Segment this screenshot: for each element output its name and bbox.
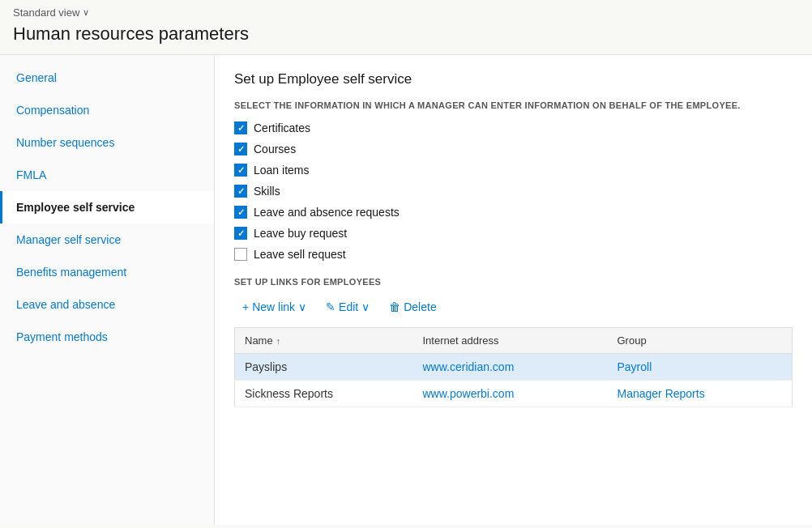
col-group[interactable]: Group xyxy=(608,328,793,354)
checkbox-label: Loan items xyxy=(254,164,309,177)
sidebar-item-number-sequences[interactable]: Number sequences xyxy=(0,126,214,159)
new-link-label: New link xyxy=(252,300,295,313)
sidebar-item-general[interactable]: General xyxy=(0,62,214,94)
checkbox-checked-icon[interactable] xyxy=(234,121,247,134)
table-row[interactable]: Payslipswww.ceridian.comPayroll xyxy=(235,354,793,381)
edit-label: Edit xyxy=(339,300,358,313)
checkbox-container: CertificatesCoursesLoan itemsSkillsLeave… xyxy=(234,121,793,261)
view-chevron-icon[interactable]: ∨ xyxy=(83,7,89,18)
table-cell-address[interactable]: www.ceridian.com xyxy=(413,354,608,381)
checkbox-checked-icon[interactable] xyxy=(234,143,247,155)
links-table: Name ↑ Internet address Group Payslipsww… xyxy=(234,327,793,407)
internet-address-link[interactable]: www.ceridian.com xyxy=(423,360,515,373)
page-title: Human resources parameters xyxy=(0,20,812,55)
table-cell-address[interactable]: www.powerbi.com xyxy=(413,381,608,407)
sidebar: GeneralCompensationNumber sequencesFMLAE… xyxy=(0,55,215,525)
edit-chevron-icon: ∨ xyxy=(361,300,370,313)
checkbox-label: Leave buy request xyxy=(254,227,347,240)
sidebar-item-manager-self-service[interactable]: Manager self service xyxy=(0,224,214,256)
checkbox-item: Leave buy request xyxy=(234,227,793,240)
toolbar: + New link ∨ ✎ Edit ∨ 🗑 Delete xyxy=(234,296,793,317)
edit-button[interactable]: ✎ Edit ∨ xyxy=(318,296,378,317)
sidebar-item-employee-self-service[interactable]: Employee self service xyxy=(0,191,214,224)
section-title: Set up Employee self service xyxy=(234,71,793,87)
sidebar-item-benefits-management[interactable]: Benefits management xyxy=(0,256,214,288)
checkbox-item: Leave sell request xyxy=(234,248,793,261)
table-cell-name: Payslips xyxy=(235,354,413,381)
checkbox-label: Certificates xyxy=(254,121,310,134)
new-link-button[interactable]: + New link ∨ xyxy=(234,296,314,317)
sort-arrow-icon: ↑ xyxy=(276,336,281,346)
sidebar-item-leave-and-absence[interactable]: Leave and absence xyxy=(0,288,214,321)
table-cell-group: Manager Reports xyxy=(608,381,793,407)
checkbox-label: Leave sell request xyxy=(254,248,346,261)
sidebar-item-compensation[interactable]: Compensation xyxy=(0,94,214,126)
new-link-chevron-icon: ∨ xyxy=(298,300,306,313)
col-name[interactable]: Name ↑ xyxy=(235,328,413,354)
instruction-text: SELECT THE INFORMATION IN WHICH A MANAGE… xyxy=(234,100,793,110)
content-area: Set up Employee self service SELECT THE … xyxy=(215,55,812,525)
checkbox-label: Leave and absence requests xyxy=(254,206,400,219)
table-cell-name: Sickness Reports xyxy=(235,381,413,407)
checkbox-unchecked-icon[interactable] xyxy=(234,248,247,261)
checkbox-checked-icon[interactable] xyxy=(234,185,247,198)
group-label: Payroll xyxy=(618,360,652,373)
edit-pencil-icon: ✎ xyxy=(326,300,335,313)
checkbox-item: Certificates xyxy=(234,121,793,134)
main-layout: GeneralCompensationNumber sequencesFMLAE… xyxy=(0,55,812,525)
col-address-label: Internet address xyxy=(423,334,499,347)
col-internet-address[interactable]: Internet address xyxy=(413,328,608,354)
sidebar-item-payment-methods[interactable]: Payment methods xyxy=(0,321,214,353)
checkbox-checked-icon[interactable] xyxy=(234,206,247,219)
table-row[interactable]: Sickness Reportswww.powerbi.comManager R… xyxy=(235,381,793,407)
new-link-plus-icon: + xyxy=(242,300,249,313)
checkbox-label: Skills xyxy=(254,185,280,198)
delete-label: Delete xyxy=(404,300,436,313)
links-section-title: SET UP LINKS FOR EMPLOYEES xyxy=(234,277,793,287)
checkbox-item: Loan items xyxy=(234,164,793,177)
checkbox-item: Leave and absence requests xyxy=(234,206,793,219)
delete-button[interactable]: 🗑 Delete xyxy=(381,296,444,317)
delete-trash-icon: 🗑 xyxy=(389,300,400,313)
checkbox-checked-icon[interactable] xyxy=(234,164,247,177)
checkbox-item: Skills xyxy=(234,185,793,198)
table-cell-group: Payroll xyxy=(608,354,793,381)
checkbox-checked-icon[interactable] xyxy=(234,227,247,240)
sidebar-item-fmla[interactable]: FMLA xyxy=(0,159,214,191)
table-body: Payslipswww.ceridian.comPayrollSickness … xyxy=(235,354,793,407)
top-bar: Standard view ∨ xyxy=(0,0,812,20)
checkbox-item: Courses xyxy=(234,143,793,155)
checkbox-label: Courses xyxy=(254,143,296,155)
group-label: Manager Reports xyxy=(618,387,705,400)
internet-address-link[interactable]: www.powerbi.com xyxy=(423,387,515,400)
col-group-label: Group xyxy=(618,334,647,347)
standard-view-label[interactable]: Standard view xyxy=(13,6,79,19)
col-name-label: Name xyxy=(245,334,273,347)
table-header-row: Name ↑ Internet address Group xyxy=(235,328,793,354)
